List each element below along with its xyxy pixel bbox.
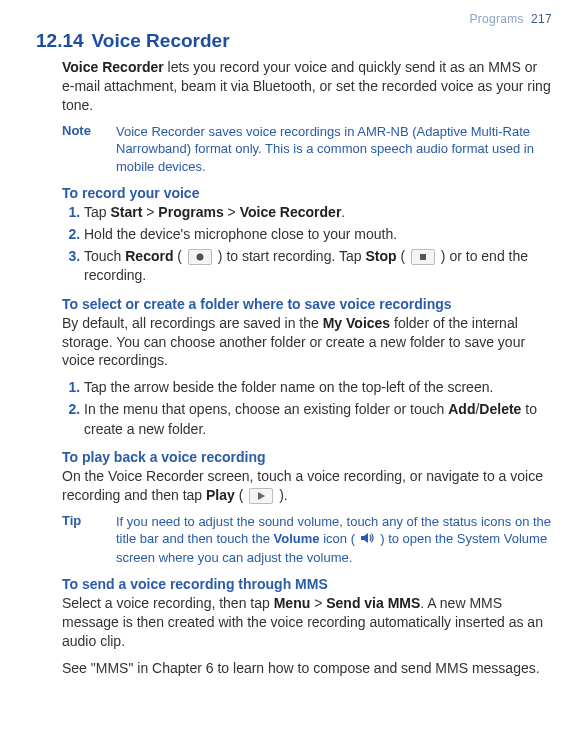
note-text: Voice Recorder saves voice recordings in… [116, 123, 552, 176]
record-step-2: Hold the device's microphone close to yo… [84, 225, 552, 245]
title-text: Voice Recorder [92, 30, 230, 51]
mms-paragraph: Select a voice recording, then tap Menu … [62, 594, 552, 651]
folder-paragraph: By default, all recordings are saved in … [62, 314, 552, 371]
tip-label: Tip [62, 513, 116, 566]
mms-see-paragraph: See "MMS" in Chapter 6 to learn how to c… [62, 659, 552, 678]
heading-mms: To send a voice recording through MMS [62, 576, 552, 592]
intro-paragraph: Voice Recorder lets you record your voic… [62, 58, 552, 115]
heading-play: To play back a voice recording [62, 449, 552, 465]
folder-step-1: Tap the arrow beside the folder name on … [84, 378, 552, 398]
document-page: Programs 217 12.14Voice Recorder Voice R… [0, 0, 588, 731]
volume-icon [361, 531, 375, 549]
note-block: Note Voice Recorder saves voice recordin… [62, 123, 552, 176]
page-title: 12.14Voice Recorder [36, 30, 552, 52]
svg-marker-2 [258, 492, 265, 500]
stop-icon [411, 249, 435, 265]
tip-block: Tip If you need to adjust the sound volu… [62, 513, 552, 566]
header-section: Programs [469, 12, 523, 26]
heading-record: To record your voice [62, 185, 552, 201]
intro-app-name: Voice Recorder [62, 59, 164, 75]
header-page: 217 [531, 12, 552, 26]
svg-marker-3 [361, 533, 368, 543]
running-header: Programs 217 [36, 12, 552, 26]
record-steps: Tap Start > Programs > Voice Recorder. H… [62, 203, 552, 285]
svg-point-0 [197, 254, 203, 260]
play-paragraph: On the Voice Recorder screen, touch a vo… [62, 467, 552, 505]
tip-text: If you need to adjust the sound volume, … [116, 513, 552, 566]
record-icon [188, 249, 212, 265]
folder-step-2: In the menu that opens, choose an existi… [84, 400, 552, 439]
record-step-1: Tap Start > Programs > Voice Recorder. [84, 203, 552, 223]
body: Voice Recorder lets you record your voic… [62, 58, 552, 678]
play-icon [249, 488, 273, 504]
title-number: 12.14 [36, 30, 84, 51]
folder-steps: Tap the arrow beside the folder name on … [62, 378, 552, 439]
heading-folder: To select or create a folder where to sa… [62, 296, 552, 312]
svg-rect-1 [420, 254, 426, 260]
note-label: Note [62, 123, 116, 176]
record-step-3: Touch Record ( ) to start recording. Tap… [84, 247, 552, 286]
